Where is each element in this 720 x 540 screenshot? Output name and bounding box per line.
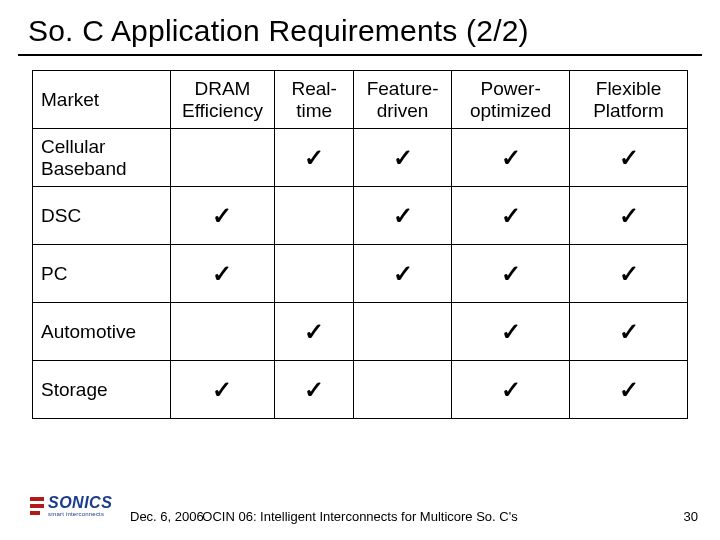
cell: ✓ xyxy=(275,303,354,361)
check-icon: ✓ xyxy=(212,202,232,229)
check-icon: ✓ xyxy=(393,260,413,287)
row-label: Storage xyxy=(33,361,171,419)
col-header: Power-optimized xyxy=(452,71,570,129)
check-icon: ✓ xyxy=(304,376,324,403)
requirements-table-wrap: MarketDRAMEfficiencyReal-timeFeature-dri… xyxy=(32,70,688,419)
check-icon: ✓ xyxy=(393,202,413,229)
cell xyxy=(353,303,451,361)
table-row: Storage✓✓✓✓ xyxy=(33,361,688,419)
page-title: So. C Application Requirements (2/2) xyxy=(0,0,720,52)
col-header: Market xyxy=(33,71,171,129)
check-icon: ✓ xyxy=(501,144,521,171)
cell: ✓ xyxy=(452,303,570,361)
cell: ✓ xyxy=(570,129,688,187)
cell: ✓ xyxy=(452,187,570,245)
cell xyxy=(275,245,354,303)
check-icon: ✓ xyxy=(212,376,232,403)
cell: ✓ xyxy=(275,129,354,187)
cell: ✓ xyxy=(452,129,570,187)
check-icon: ✓ xyxy=(393,144,413,171)
check-icon: ✓ xyxy=(304,318,324,345)
col-header: Feature-driven xyxy=(353,71,451,129)
cell: ✓ xyxy=(570,303,688,361)
table-row: Automotive✓✓✓ xyxy=(33,303,688,361)
table-row: DSC✓✓✓✓ xyxy=(33,187,688,245)
check-icon: ✓ xyxy=(619,318,639,345)
footer-middle: OCIN 06: Intelligent Interconnects for M… xyxy=(0,509,720,524)
cell: ✓ xyxy=(275,361,354,419)
footer: SONICS smart interconnects Dec. 6, 2006 … xyxy=(0,498,720,528)
check-icon: ✓ xyxy=(501,202,521,229)
row-label: DSC xyxy=(33,187,171,245)
cell: ✓ xyxy=(353,129,451,187)
row-label: Automotive xyxy=(33,303,171,361)
cell: ✓ xyxy=(170,187,275,245)
footer-page-number: 30 xyxy=(684,509,698,524)
check-icon: ✓ xyxy=(619,260,639,287)
cell: ✓ xyxy=(353,245,451,303)
cell: ✓ xyxy=(570,187,688,245)
cell: ✓ xyxy=(452,361,570,419)
cell xyxy=(353,361,451,419)
check-icon: ✓ xyxy=(501,260,521,287)
check-icon: ✓ xyxy=(501,376,521,403)
requirements-table: MarketDRAMEfficiencyReal-timeFeature-dri… xyxy=(32,70,688,419)
cell: ✓ xyxy=(170,245,275,303)
cell: ✓ xyxy=(452,245,570,303)
row-label: CellularBaseband xyxy=(33,129,171,187)
col-header: Real-time xyxy=(275,71,354,129)
cell: ✓ xyxy=(170,361,275,419)
row-label: PC xyxy=(33,245,171,303)
table-row: PC✓✓✓✓ xyxy=(33,245,688,303)
table-row: CellularBaseband✓✓✓✓ xyxy=(33,129,688,187)
col-header: DRAMEfficiency xyxy=(170,71,275,129)
cell: ✓ xyxy=(353,187,451,245)
check-icon: ✓ xyxy=(619,376,639,403)
check-icon: ✓ xyxy=(619,202,639,229)
cell xyxy=(170,129,275,187)
col-header: FlexiblePlatform xyxy=(570,71,688,129)
cell xyxy=(275,187,354,245)
cell: ✓ xyxy=(570,361,688,419)
cell xyxy=(170,303,275,361)
check-icon: ✓ xyxy=(304,144,324,171)
check-icon: ✓ xyxy=(501,318,521,345)
check-icon: ✓ xyxy=(619,144,639,171)
title-rule xyxy=(18,54,702,56)
cell: ✓ xyxy=(570,245,688,303)
check-icon: ✓ xyxy=(212,260,232,287)
